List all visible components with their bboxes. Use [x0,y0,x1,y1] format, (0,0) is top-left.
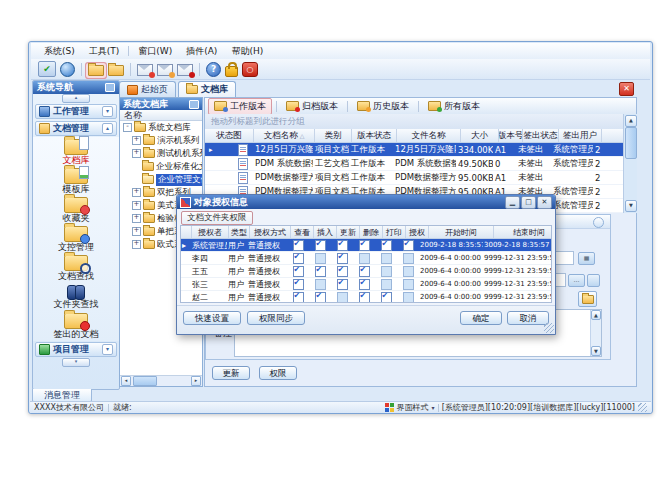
tree-node-4[interactable]: 企业标准化文件 [120,160,202,173]
dialog-column-2[interactable]: 类型 [229,226,250,238]
dialog-column-3[interactable]: 授权方式 [250,226,291,238]
small-button[interactable] [587,274,600,287]
plus-expander-icon[interactable]: + [132,214,141,223]
mail-read-icon[interactable] [157,64,173,76]
checkbox-checked[interactable] [315,266,326,277]
tree-node-5[interactable]: 企业管理文件 [120,173,202,186]
menu-item-4[interactable]: 插件(A) [179,43,224,60]
checkbox-unchecked[interactable] [403,279,414,290]
checkbox-checked[interactable] [293,279,304,290]
dialog-column-9[interactable]: 授权 [406,226,429,238]
column-header-6[interactable]: 大小 [461,129,499,142]
chevron-down-icon[interactable]: ▾ [102,106,113,117]
tree-node-1[interactable]: -系统文档库 [120,121,202,134]
sidebar-item-7[interactable]: 签出的文档 [33,311,119,340]
dialog-column-8[interactable]: 打印 [383,226,406,238]
plus-expander-icon[interactable]: + [132,136,141,145]
tree-node-3[interactable]: +测试机机系列 [120,147,202,160]
ellipsis-button[interactable]: … [568,274,585,287]
section-project-management[interactable]: 项目管理 ▾ [35,342,117,357]
dialog-row[interactable]: 王五用户普通授权2009-6-4 0:00:009999-12-31 23:59… [181,265,551,278]
help-icon[interactable] [206,62,221,77]
column-header-9[interactable]: 签出用户 [559,129,602,142]
scroll-right-icon[interactable]: ▸ [191,376,201,386]
quick-setup-button[interactable]: 快速设置 [183,311,241,325]
column-header-3[interactable]: 类别 [315,129,352,142]
version-tab-4[interactable]: 所有版本 [423,99,485,114]
dialog-column-7[interactable]: 删除 [360,226,383,238]
resize-grip[interactable] [638,403,647,412]
folder-view-icon[interactable] [108,65,124,76]
web-icon[interactable] [60,62,75,77]
maximize-button[interactable]: □ [521,196,536,209]
table-row[interactable]: PDM数据整理方案.doc项目文档工作版本PDM数据整理方案.doc95.00K… [205,171,623,185]
chevron-up-icon[interactable]: ▴ [102,123,113,134]
dialog-row[interactable]: 李四用户普通授权2009-6-4 0:00:009999-12-31 23:59… [181,252,551,265]
checkbox-checked[interactable] [337,266,348,277]
checkbox-checked[interactable] [381,292,392,303]
permission-button[interactable]: 权限 [259,366,297,380]
checkbox-unchecked[interactable] [337,292,348,303]
detail-header-button[interactable] [593,217,604,228]
checkbox-checked[interactable] [293,240,304,251]
plus-expander-icon[interactable]: + [132,149,141,158]
dialog-column-0[interactable] [181,226,192,238]
column-header-2[interactable]: 文档名称△ [254,129,315,142]
checkbox-unchecked[interactable] [315,253,326,264]
sidebar-item-5[interactable]: 文档查找 [33,253,119,282]
scroll-up-icon[interactable]: ▲ [625,115,637,127]
minus-expander-icon[interactable]: - [123,123,132,132]
checkbox-checked[interactable] [359,279,370,290]
checkbox-unchecked[interactable] [359,253,370,264]
ok-button[interactable]: 确定 [460,311,502,325]
tab-start-page[interactable]: 起始页 [119,81,176,97]
dialog-column-1[interactable]: 授权者 [192,226,229,238]
checkbox-checked[interactable] [403,240,414,251]
version-tab-2[interactable]: 归档版本 [281,99,343,114]
scroll-thumb[interactable] [133,376,157,386]
collapse-down-button[interactable]: ▾ [62,358,90,367]
column-header-7[interactable]: 版本号 [499,129,523,142]
dialog-column-5[interactable]: 插入 [314,226,337,238]
checkbox-unchecked[interactable] [381,279,392,290]
checkbox-checked[interactable] [381,240,392,251]
collapse-up-button[interactable]: ▴ [62,94,90,103]
column-header-4[interactable]: 版本状态 [352,129,397,142]
plus-expander-icon[interactable]: + [132,240,141,249]
pin-icon[interactable] [105,83,115,92]
checkbox-checked[interactable] [337,240,348,251]
dialog-column-4[interactable]: 查看 [291,226,314,238]
dialog-row[interactable]: 张三用户普通授权2009-6-4 0:00:009999-12-31 23:59… [181,278,551,291]
close-button[interactable]: ✕ [537,196,552,209]
checkbox-checked[interactable] [315,292,326,303]
dialog-tab-permissions[interactable]: 文档文件夹权限 [181,211,253,225]
checkbox-unchecked[interactable] [315,279,326,290]
checkbox-unchecked[interactable] [403,266,414,277]
tree-node-2[interactable]: +演示机系列 [120,134,202,147]
table-row[interactable]: ▸12月5日万兴隆网行...项目文档工作版本12月5日万兴隆网行...334.0… [205,143,623,157]
ellipsis-button[interactable]: ▦ [578,252,595,265]
checkbox-checked[interactable] [337,279,348,290]
column-header-5[interactable]: 文件名称 [397,129,461,142]
menu-item-1[interactable]: 系统(S) [37,43,82,60]
sidebar-item-4[interactable]: 文控管理 [33,224,119,253]
tree-horizontal-scrollbar[interactable]: ◂ ▸ [120,375,202,386]
permission-sync-button[interactable]: 权限同步 [247,311,305,325]
style-selector[interactable]: 界面样式 [397,402,429,413]
dialog-column-10[interactable]: 开始时间 [429,226,494,238]
resize-grip[interactable] [544,323,554,333]
checkbox-checked[interactable] [315,240,326,251]
checkbox-unchecked[interactable] [381,266,392,277]
version-tab-1[interactable]: 工作版本 [208,98,272,115]
checkbox-checked[interactable] [359,266,370,277]
plus-expander-icon[interactable]: + [132,201,141,210]
mail-delete-icon[interactable] [177,64,193,76]
checkbox-checked[interactable] [359,240,370,251]
dialog-row[interactable]: 赵二用户普通授权2009-6-4 0:00:009999-12-31 23:59… [181,291,551,303]
sidebar-item-2[interactable]: 模板库 [33,166,119,195]
column-header-8[interactable]: 签出状态 [523,129,559,142]
minimize-button[interactable]: ▁ [505,196,520,209]
chevron-down-icon[interactable]: ▾ [102,344,113,355]
checkbox-checked[interactable] [293,266,304,277]
close-tab-button[interactable]: ✕ [619,82,634,96]
